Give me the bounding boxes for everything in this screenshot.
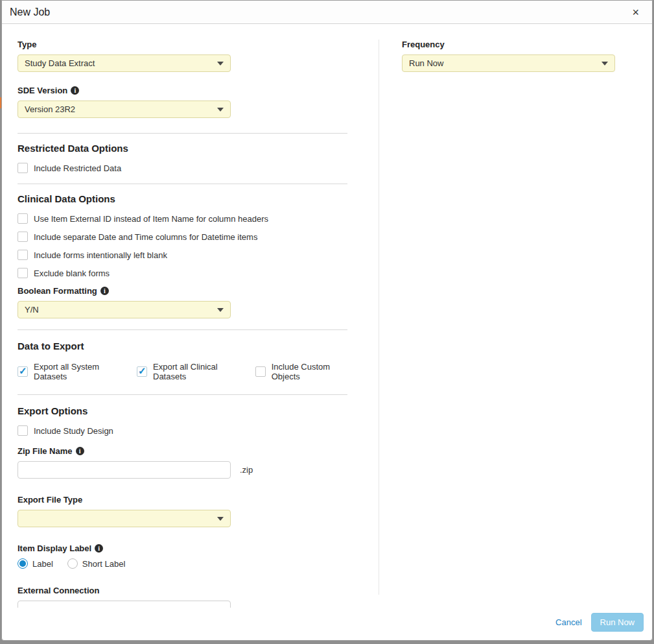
left-column: Type Study Data Extract SDE Version i Ve…	[18, 40, 347, 608]
checkbox-label: Include Restricted Data	[34, 163, 121, 173]
checkbox-label: Export all System Datasets	[34, 362, 120, 381]
checkbox-use-item-external-id[interactable]: Use Item External ID instead of Item Nam…	[18, 213, 347, 224]
sde-version-select-value: Version 23R2	[25, 104, 75, 114]
checkbox[interactable]	[18, 268, 28, 278]
chevron-down-icon	[601, 62, 608, 66]
chevron-down-icon	[217, 108, 224, 112]
clinical-data-options-heading: Clinical Data Options	[18, 193, 347, 204]
radio-option-label: Short Label	[82, 559, 126, 569]
run-now-button[interactable]: Run Now	[591, 613, 644, 632]
radio-short-label[interactable]: Short Label	[67, 558, 126, 569]
checkbox-label: Include Custom Objects	[272, 362, 347, 381]
checkbox-include-study-design[interactable]: Include Study Design	[18, 425, 347, 436]
checkbox-include-forms-left-blank[interactable]: Include forms intentionally left blank	[18, 250, 347, 260]
cancel-button[interactable]: Cancel	[555, 617, 581, 627]
checkbox-checked[interactable]	[18, 366, 28, 377]
radio-selected[interactable]	[18, 558, 28, 569]
checkbox-include-restricted-data[interactable]: Include Restricted Data	[18, 163, 347, 173]
checkbox-separate-date-time[interactable]: Include separate Date and Time columns f…	[18, 232, 347, 242]
section-divider	[18, 184, 347, 184]
external-connection-label: External Connection	[18, 586, 347, 595]
info-icon[interactable]: i	[95, 544, 103, 553]
checkbox-label: Include forms intentionally left blank	[34, 250, 167, 260]
data-to-export-heading: Data to Export	[18, 340, 347, 352]
boolean-formatting-label: Boolean Formatting i	[18, 286, 347, 296]
boolean-formatting-select-value: Y/N	[25, 305, 39, 315]
dialog-footer: Cancel Run Now	[2, 608, 652, 640]
dialog-body: Type Study Data Extract SDE Version i Ve…	[2, 24, 652, 608]
section-divider	[18, 329, 347, 330]
dialog-title: New Job	[10, 6, 50, 18]
export-options-heading: Export Options	[18, 405, 347, 416]
info-icon[interactable]: i	[71, 86, 79, 95]
chevron-down-icon	[217, 62, 224, 66]
boolean-formatting-select[interactable]: Y/N	[18, 301, 231, 318]
chevron-down-icon	[217, 308, 224, 312]
info-icon[interactable]: i	[76, 447, 84, 455]
checkbox[interactable]	[18, 232, 28, 242]
checkbox-label: Include separate Date and Time columns f…	[34, 232, 257, 242]
right-column: Frequency Run Now	[379, 40, 652, 608]
chevron-down-icon	[217, 517, 224, 521]
item-display-label-label: Item Display Label i	[18, 543, 347, 553]
external-connection-select[interactable]	[18, 601, 231, 608]
type-label: Type	[18, 40, 347, 49]
section-divider	[18, 133, 347, 134]
checkbox[interactable]	[18, 163, 28, 173]
checkbox-exclude-blank-forms[interactable]: Exclude blank forms	[18, 268, 347, 278]
export-file-type-select[interactable]	[18, 510, 231, 527]
dialog-header: New Job ×	[2, 1, 652, 24]
checkbox-label: Include Study Design	[34, 426, 113, 436]
checkbox-include-custom-objects[interactable]: Include Custom Objects	[255, 362, 347, 381]
checkbox-checked[interactable]	[137, 366, 147, 377]
radio[interactable]	[67, 558, 78, 569]
section-divider	[18, 394, 347, 395]
frequency-select-value: Run Now	[409, 58, 443, 68]
checkbox[interactable]	[18, 250, 28, 260]
sde-version-label: SDE Version i	[18, 86, 347, 95]
checkbox[interactable]	[18, 213, 28, 224]
checkbox[interactable]	[255, 366, 266, 377]
info-icon[interactable]: i	[100, 287, 109, 295]
close-icon[interactable]: ×	[629, 5, 642, 19]
checkbox-export-all-system-datasets[interactable]: Export all System Datasets	[18, 362, 120, 381]
export-file-type-label: Export File Type	[18, 495, 347, 505]
checkbox-label: Use Item External ID instead of Item Nam…	[34, 214, 268, 224]
radio-option-label: Label	[32, 559, 53, 569]
restricted-data-options-heading: Restricted Data Options	[18, 143, 347, 154]
radio-label[interactable]: Label	[18, 558, 53, 569]
checkbox-label: Export all Clinical Datasets	[153, 362, 239, 381]
zip-file-name-label: Zip File Name i	[18, 446, 347, 456]
zip-file-name-input[interactable]	[18, 461, 231, 479]
type-select-value: Study Data Extract	[25, 58, 95, 68]
sde-version-select[interactable]: Version 23R2	[18, 101, 231, 118]
zip-suffix: .zip	[240, 465, 253, 475]
checkbox-label: Exclude blank forms	[34, 268, 110, 278]
frequency-select[interactable]: Run Now	[402, 54, 615, 72]
checkbox[interactable]	[18, 425, 28, 436]
type-select[interactable]: Study Data Extract	[18, 54, 231, 72]
new-job-dialog: New Job × Type Study Data Extract SDE Ve…	[1, 0, 653, 641]
frequency-label: Frequency	[402, 40, 652, 49]
checkbox-export-all-clinical-datasets[interactable]: Export all Clinical Datasets	[137, 362, 239, 381]
